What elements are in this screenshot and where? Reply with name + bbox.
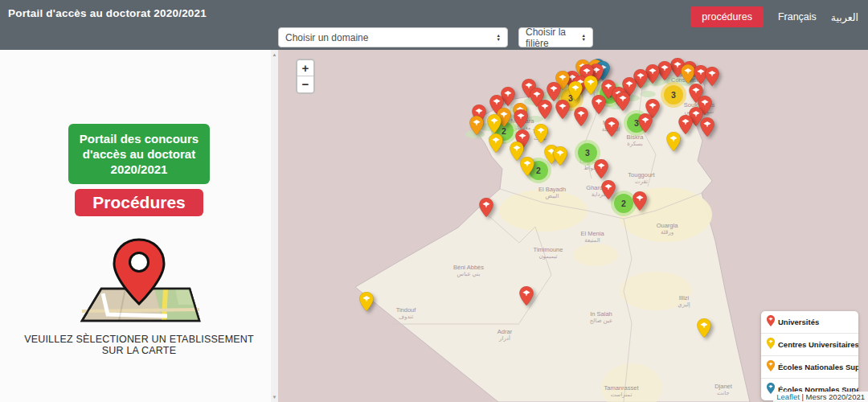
- legend-pin-icon: [767, 338, 775, 352]
- legend-item: Écoles Nationales Supérieures: [761, 355, 858, 378]
- language-french-link[interactable]: Français: [778, 11, 817, 23]
- map-marker-universite[interactable]: [601, 180, 616, 203]
- map-marker-universite[interactable]: [638, 113, 653, 136]
- map-marker-universite[interactable]: [705, 67, 719, 89]
- map-place-label: Djanetجانت: [714, 384, 732, 396]
- zoom-in-button[interactable]: +: [297, 60, 313, 76]
- map-marker-universite[interactable]: [555, 100, 570, 122]
- procedures-banner[interactable]: Procédures: [75, 189, 203, 216]
- map-legend: UniversitésCentres UniversitairesÉcoles …: [761, 311, 858, 400]
- zoom-out-button[interactable]: −: [297, 76, 313, 92]
- map-marker-universite[interactable]: [616, 92, 630, 114]
- map-marker-centre-universitaire[interactable]: [359, 292, 374, 314]
- attribution-credit: Mesrs 2020/2021: [806, 392, 865, 401]
- map-marker-centre-universitaire[interactable]: [666, 132, 681, 154]
- domain-select[interactable]: Choisir un domaine ▲▼: [278, 27, 508, 47]
- map-marker-universite[interactable]: [538, 100, 552, 122]
- leaflet-link[interactable]: Leaflet: [776, 392, 800, 401]
- map-marker-ecole-nationale[interactable]: [469, 116, 484, 138]
- instruction-text: VEUILLEZ SÈLECTIONER UN ETABLISSEMENT SU…: [18, 334, 260, 356]
- app-header: Portail d'accès au doctorat 2020/2021 Ch…: [0, 0, 868, 50]
- map-place-label: Biskraبسكرة: [627, 134, 644, 147]
- sidebar: Portail des concours d'accès au doctorat…: [0, 50, 278, 402]
- map-marker-universite[interactable]: [592, 95, 606, 117]
- map-place-label: Illiziإليزي: [678, 295, 690, 308]
- filter-bar: Choisir un domaine ▲▼ Choisir la filière…: [278, 27, 593, 47]
- map-marker-universite[interactable]: [594, 159, 608, 182]
- select-arrows-icon: ▲▼: [497, 34, 501, 41]
- map-marker-universite[interactable]: [700, 117, 714, 140]
- portal-banner: Portail des concours d'accès au doctorat…: [68, 124, 210, 184]
- sidebar-scrollbar[interactable]: ▲ ▼: [271, 50, 278, 402]
- domain-select-value: Choisir un domaine: [285, 32, 368, 43]
- legend-pin-icon: [767, 315, 775, 330]
- map-pin-illustration-icon: [71, 237, 207, 330]
- map-marker-centre-universitaire[interactable]: [489, 133, 503, 156]
- map-place-label: Tamanrassetتمنراست: [604, 385, 639, 398]
- procedures-button[interactable]: procédures: [690, 6, 764, 27]
- map-marker-universite[interactable]: [604, 117, 619, 140]
- filiere-select[interactable]: Choisir la filière ▲▼: [518, 27, 593, 47]
- legend-label: Écoles Nationales Supérieures: [778, 363, 858, 371]
- map-place-label: Ouarglaورقلة: [657, 223, 678, 236]
- map-marker-universite[interactable]: [479, 198, 493, 220]
- map-marker-universite[interactable]: [519, 286, 534, 309]
- map-marker-centre-universitaire[interactable]: [520, 157, 534, 179]
- legend-label: Centres Universitaires: [778, 340, 858, 349]
- legend-item: Centres Universitaires: [761, 333, 858, 355]
- map-attribution: Leaflet | Mesrs 2020/2021: [773, 392, 868, 402]
- filiere-select-value: Choisir la filière: [526, 27, 577, 49]
- attribution-separator: |: [800, 392, 806, 401]
- map-place-label: El Meniaالمنيعة: [580, 231, 604, 244]
- zoom-control: + −: [296, 59, 315, 94]
- select-arrows-icon: ▲▼: [582, 34, 586, 41]
- language-arabic-link[interactable]: العربية: [831, 11, 858, 23]
- map-place-label: Adrarأدرار: [497, 329, 512, 342]
- map-marker-centre-universitaire[interactable]: [568, 81, 583, 104]
- map-marker-universite[interactable]: [514, 109, 528, 132]
- map-place-label: Béni Abbèsبني عباس: [453, 265, 484, 277]
- page-title: Portail d'accès au doctorat 2020/2021: [8, 7, 207, 19]
- map-marker-universite[interactable]: [633, 191, 647, 214]
- legend-pin-icon: [767, 360, 775, 375]
- map-place-label: El Bayadhالبيض: [538, 187, 566, 199]
- map-place-label: Touggourtتقرت: [628, 172, 654, 185]
- map-marker-centre-universitaire[interactable]: [553, 146, 567, 169]
- scroll-up-icon[interactable]: ▲: [271, 52, 278, 57]
- header-nav: procédures Français العربية: [690, 6, 858, 27]
- map-marker-universite[interactable]: [574, 107, 588, 129]
- map-place-label: In Salahعين صالح: [590, 311, 612, 324]
- map-marker-centre-universitaire[interactable]: [534, 124, 548, 146]
- legend-item: Universités: [761, 311, 858, 333]
- map-marker-centre-universitaire[interactable]: [697, 318, 711, 341]
- leaflet-map[interactable]: - MascaraمعسكرTiaretتيارتM'Sila: [278, 50, 868, 402]
- legend-label: Universités: [778, 318, 819, 326]
- map-place-label: Timimouneتيميمون: [534, 247, 563, 260]
- scroll-down-icon[interactable]: ▼: [271, 395, 278, 400]
- map-place-label: Tindoufتندوف: [396, 307, 416, 320]
